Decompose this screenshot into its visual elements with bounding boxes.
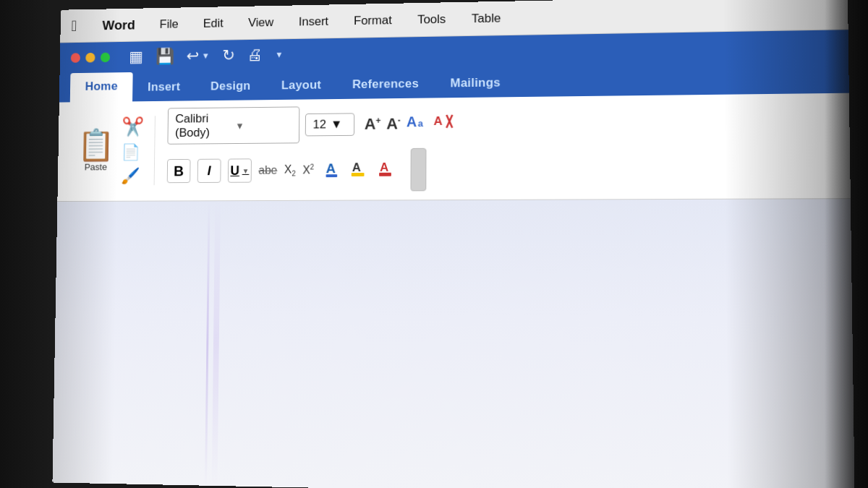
undo-icon[interactable]: ↩ <box>187 47 199 65</box>
font-section: Calibri (Body) ▼ 12 ▼ A+ A- A a <box>154 105 467 192</box>
svg-text:A: A <box>380 160 388 174</box>
svg-rect-6 <box>326 174 338 177</box>
font-size-value: 12 <box>313 118 327 132</box>
menu-edit[interactable]: Edit <box>199 13 228 33</box>
font-icon-group: A+ A- A a A <box>365 112 454 136</box>
tab-home[interactable]: Home <box>70 72 133 102</box>
clipboard-small-icons: ✂️ 📄 🖌️ <box>121 116 144 185</box>
svg-text:a: a <box>417 118 423 129</box>
strikethrough-button[interactable]: abe <box>258 164 277 177</box>
shrink-font-icon[interactable]: A- <box>386 115 401 134</box>
font-color-red-icon[interactable]: A <box>378 158 398 181</box>
tab-mailings[interactable]: Mailings <box>435 68 516 98</box>
underline-dropdown[interactable]: ▼ <box>242 167 250 175</box>
svg-text:A: A <box>326 160 336 176</box>
underline-button[interactable]: U ▼ <box>228 158 252 182</box>
clipboard-section: 📋 Paste ✂️ 📄 🖌️ <box>72 116 156 185</box>
word-app:  Word File Edit View Insert Format Tool… <box>52 0 854 488</box>
text-effects-group: A A A <box>324 158 398 181</box>
svg-text:A: A <box>352 160 361 174</box>
left-edge <box>0 0 51 488</box>
ribbon-content: 📋 Paste ✂️ 📄 🖌️ Calibri (Body) ▼ <box>57 93 851 202</box>
tab-references[interactable]: References <box>336 69 434 99</box>
apple-icon[interactable]:  <box>71 17 77 35</box>
font-name-select[interactable]: Calibri (Body) ▼ <box>167 106 299 144</box>
svg-rect-8 <box>352 173 365 176</box>
svg-text:A: A <box>433 114 442 128</box>
superscript-button[interactable]: X2 <box>302 163 314 177</box>
close-button[interactable] <box>71 53 80 63</box>
menu-tools[interactable]: Tools <box>413 9 450 30</box>
font-size-select[interactable]: 12 ▼ <box>305 113 354 136</box>
menu-format[interactable]: Format <box>349 10 396 30</box>
menu-view[interactable]: View <box>244 12 278 33</box>
highlight-color-icon[interactable]: A <box>351 158 371 181</box>
menu-word[interactable]: Word <box>98 14 140 36</box>
font-size-dropdown-arrow: ▼ <box>331 117 343 132</box>
redo-icon[interactable]: ↻ <box>222 46 234 64</box>
change-case-icon[interactable]: A a <box>407 112 428 135</box>
menu-table[interactable]: Table <box>467 8 505 29</box>
italic-button[interactable]: I <box>197 159 221 183</box>
svg-rect-10 <box>379 173 391 176</box>
svg-text:A: A <box>407 114 417 129</box>
save-icon[interactable]: 💾 <box>156 47 174 65</box>
screen-wrapper:  Word File Edit View Insert Format Tool… <box>0 0 868 488</box>
bold-button[interactable]: B <box>167 159 191 183</box>
format-row: B I U ▼ abe X2 X2 A <box>167 147 454 192</box>
qa-more-dropdown[interactable]: ▼ <box>275 50 284 60</box>
print-icon[interactable]: 🖨 <box>247 46 262 64</box>
paste-label: Paste <box>85 161 107 172</box>
maximize-button[interactable] <box>101 53 110 63</box>
format-scrollbar[interactable] <box>411 148 427 192</box>
copy-icon[interactable]: 📄 <box>122 143 144 161</box>
layout-icon[interactable]: ▦ <box>129 48 143 66</box>
clipboard-group: 📋 Paste ✂️ 📄 🖌️ <box>77 116 144 185</box>
tab-design[interactable]: Design <box>195 72 266 100</box>
font-row-1: Calibri (Body) ▼ 12 ▼ A+ A- A a <box>167 105 454 145</box>
ribbon-container: ▦ 💾 ↩ ▼ ↻ 🖨 ▼ Home Insert Design Layout … <box>59 30 849 102</box>
tab-insert[interactable]: Insert <box>132 73 195 102</box>
font-name-value: Calibri (Body) <box>175 111 231 140</box>
minimize-button[interactable] <box>85 53 95 63</box>
menu-insert[interactable]: Insert <box>294 12 333 32</box>
clipboard-icon[interactable]: 📋 <box>77 129 115 160</box>
grow-font-icon[interactable]: A+ <box>365 115 381 134</box>
menu-file[interactable]: File <box>156 14 183 35</box>
font-name-dropdown-arrow: ▼ <box>235 120 292 131</box>
text-color-icon[interactable]: A <box>324 158 344 181</box>
document-area[interactable] <box>52 199 854 488</box>
undo-dropdown[interactable]: ▼ <box>202 51 210 61</box>
tab-layout[interactable]: Layout <box>265 71 336 100</box>
format-painter-icon[interactable]: 🖌️ <box>121 167 143 185</box>
scissors-icon[interactable]: ✂️ <box>122 116 144 137</box>
underline-label: U <box>230 163 239 179</box>
clear-formatting-icon[interactable]: A <box>433 112 454 135</box>
subscript-button[interactable]: X2 <box>284 163 296 178</box>
